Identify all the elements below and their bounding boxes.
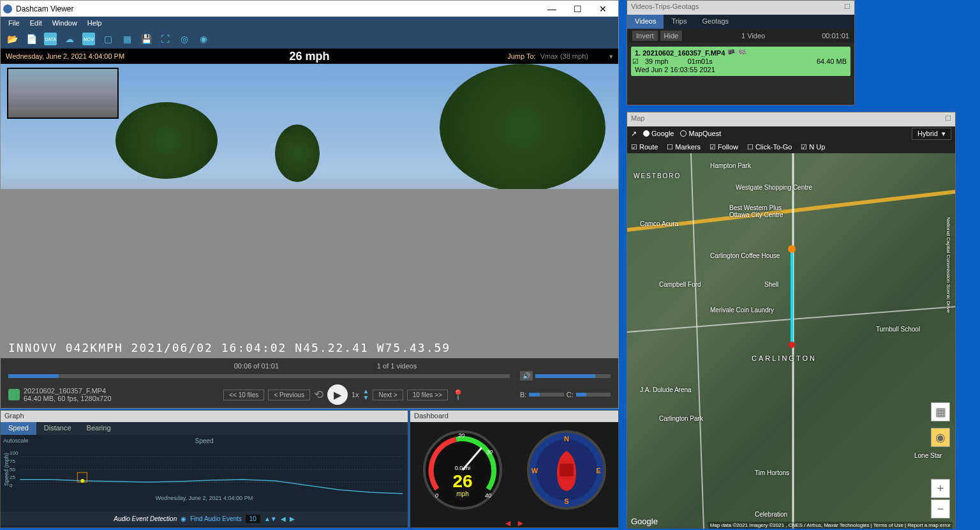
- aed-prev-icon[interactable]: ◀: [281, 515, 286, 522]
- map-label: Shell: [764, 281, 778, 288]
- y-axis-label: Speed (mph): [3, 453, 10, 486]
- map-panel: Map ☐ ↗ Google MapQuest Hybrid ▾ ☑ Route…: [627, 112, 956, 528]
- check-route[interactable]: ☑ Route: [631, 143, 658, 151]
- brightness-slider[interactable]: [529, 393, 563, 397]
- check-n-up[interactable]: ☑ N Up: [801, 143, 825, 151]
- video-list-item[interactable]: 1. 20210602_160357_F.MP4 🏴 🏁 ☑ 39 mph 01…: [631, 47, 850, 76]
- save-icon[interactable]: 💾: [140, 33, 152, 45]
- movie-icon[interactable]: MOV: [82, 33, 95, 45]
- tab-distance[interactable]: Distance: [36, 422, 79, 435]
- tab-videos[interactable]: Videos: [627, 15, 664, 29]
- tab-trips[interactable]: Trips: [664, 15, 694, 29]
- map-label: Celebration: [755, 511, 787, 518]
- map-district-label: CARLINGTON: [752, 354, 817, 362]
- aed-value[interactable]: 10: [246, 515, 260, 523]
- streetview-icon[interactable]: ◉: [931, 428, 950, 447]
- map-label: Camco Acura: [640, 220, 678, 227]
- next-button[interactable]: Next >: [373, 390, 403, 400]
- share-icon[interactable]: ↗: [631, 130, 637, 138]
- tab-speed[interactable]: Speed: [1, 422, 36, 435]
- invert-button[interactable]: Invert: [632, 31, 658, 41]
- radio-google[interactable]: Google: [643, 130, 674, 137]
- layout-icon[interactable]: ▦: [121, 33, 133, 45]
- cloud-icon[interactable]: ☁: [63, 33, 76, 45]
- find-audio-button[interactable]: Find Audio Events: [190, 515, 242, 522]
- location-pin-icon[interactable]: 📍: [452, 389, 464, 401]
- aed-next-icon[interactable]: ▶: [290, 515, 295, 522]
- speed-chart[interactable]: [18, 444, 405, 495]
- video-item-date: Wed Jun 2 16:03:55 2021: [635, 66, 847, 73]
- picture-in-picture[interactable]: [7, 68, 119, 119]
- data-icon[interactable]: DATA: [44, 33, 57, 45]
- menu-help[interactable]: Help: [82, 19, 107, 27]
- svg-text:mph: mph: [456, 490, 468, 497]
- jump-label: Jump To:: [507, 52, 535, 60]
- graph-body: Autoscale Speed Speed (mph) 100 75 50 25…: [1, 435, 408, 511]
- record-icon[interactable]: ◉: [197, 33, 210, 45]
- minimize-button[interactable]: —: [539, 2, 565, 16]
- map-label: Merivale Coin Laundry: [710, 307, 774, 314]
- volume-icon[interactable]: 🔊: [520, 371, 533, 381]
- open-file-icon[interactable]: 📄: [25, 33, 38, 45]
- video-player[interactable]: Wednesday, June 2, 2021 4:04:00 PM 26 mp…: [1, 49, 618, 358]
- svg-point-27: [788, 245, 796, 253]
- svg-point-26: [789, 342, 795, 348]
- prev-10-button[interactable]: << 10 files: [223, 390, 264, 400]
- jump-vmax[interactable]: Vmax (38 mph): [540, 52, 588, 60]
- maximize-button[interactable]: ☐: [565, 2, 590, 16]
- svg-text:0: 0: [435, 492, 438, 499]
- svg-line-23: [691, 153, 704, 529]
- menu-edit[interactable]: Edit: [25, 19, 47, 27]
- overlay-datetime: Wednesday, June 2, 2021 4:04:00 PM: [6, 52, 208, 60]
- zoom-out-button[interactable]: −: [931, 499, 950, 519]
- map-label: J.A. Dulude Arena: [640, 386, 692, 393]
- open-folder-icon[interactable]: 📂: [6, 33, 19, 45]
- map-label: National Capital Commission Scenic Drive: [946, 217, 951, 313]
- aed-stepper-icon[interactable]: ▲▼: [264, 515, 277, 522]
- map-label: Best Western Plus Ottawa City Centre: [729, 204, 799, 218]
- tab-geotags[interactable]: Geotags: [694, 15, 736, 29]
- window-title: Dashcam Viewer: [16, 4, 539, 13]
- graph-panel: Graph Speed Distance Bearing Autoscale S…: [0, 410, 408, 528]
- volume-slider[interactable]: [535, 374, 611, 378]
- svg-text:N: N: [564, 435, 569, 443]
- dashboard-panel: Dashboard 0.0 mi 26 mph 0 20 30 40 N: [410, 410, 619, 528]
- menu-file[interactable]: File: [3, 19, 25, 27]
- play-button[interactable]: ▶: [327, 384, 348, 405]
- map-max-icon[interactable]: ☐: [945, 114, 951, 125]
- next-10-button[interactable]: 10 files >>: [407, 390, 448, 400]
- find-audio-icon[interactable]: ◉: [181, 515, 186, 522]
- main-window: Dashcam Viewer — ☐ ✕ File Edit Window He…: [0, 0, 619, 409]
- tab-bearing[interactable]: Bearing: [79, 422, 119, 435]
- map-view[interactable]: Hampton Park WESTBORO Westgate Shopping …: [627, 153, 955, 529]
- zoom-in-button[interactable]: +: [931, 479, 950, 498]
- map-type-select[interactable]: Hybrid ▾: [912, 128, 951, 140]
- target-icon[interactable]: ◎: [178, 33, 191, 45]
- videos-max-icon[interactable]: ☐: [844, 3, 850, 13]
- check-markers[interactable]: ☐ Markers: [667, 143, 701, 151]
- check-follow[interactable]: ☑ Follow: [709, 143, 738, 151]
- svg-text:E: E: [596, 467, 600, 474]
- previous-button[interactable]: < Previous: [268, 390, 310, 400]
- menu-window[interactable]: Window: [47, 19, 82, 27]
- titlebar: Dashcam Viewer — ☐ ✕: [1, 1, 618, 17]
- videos-tabs: Videos Trips Geotags: [627, 15, 854, 29]
- fullscreen-icon[interactable]: ⛶: [159, 33, 172, 45]
- svg-text:20: 20: [457, 432, 464, 439]
- google-logo: Google: [631, 517, 658, 526]
- window-icon[interactable]: ▢: [101, 33, 114, 45]
- rate-stepper-icon[interactable]: ▲▼: [363, 388, 369, 401]
- rewind-icon[interactable]: ⟲: [314, 388, 323, 402]
- seek-slider[interactable]: [8, 374, 510, 378]
- map-label: Carlington Park: [659, 415, 703, 422]
- menubar: File Edit Window Help: [1, 17, 618, 29]
- close-button[interactable]: ✕: [590, 2, 616, 16]
- right-arrow-icon: ►: [516, 518, 525, 528]
- overlay-dropdown-icon[interactable]: ▾: [609, 52, 613, 60]
- check-click-to-go[interactable]: ☐ Click-To-Go: [747, 143, 792, 151]
- map-layers-button[interactable]: ▦: [931, 402, 950, 421]
- hide-button[interactable]: Hide: [660, 31, 683, 41]
- svg-text:S: S: [564, 497, 568, 505]
- contrast-slider[interactable]: [576, 393, 611, 397]
- radio-mapquest[interactable]: MapQuest: [680, 130, 721, 137]
